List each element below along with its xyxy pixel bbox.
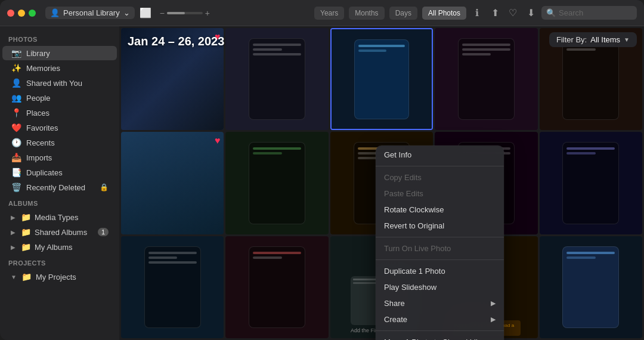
memories-icon: ✨ (11, 63, 21, 73)
sidebar-item-favorites[interactable]: ❤️ Favorites (2, 120, 117, 135)
cm-get-info[interactable]: Get Info (376, 147, 504, 163)
maximize-button[interactable] (29, 10, 36, 17)
cm-create[interactable]: Create ▶ (376, 311, 504, 327)
sidebar-item-library[interactable]: 📷 Library (2, 46, 117, 60)
search-icon: 🔍 (546, 8, 556, 17)
sidebar-item-my-albums-label: My Albums (35, 243, 73, 252)
sidebar-item-places-label: Places (26, 109, 49, 118)
sidebar-item-shared-with-you[interactable]: 👤 Shared with You (2, 76, 117, 90)
heart-icon[interactable]: ♡ (507, 7, 519, 19)
cm-play-slideshow-label: Play Slideshow (384, 283, 436, 292)
cm-section-info: Get Info (376, 146, 504, 164)
cm-turn-on-live-photo: Turn On Live Photo (376, 240, 504, 256)
sidebar-item-favorites-label: Favorites (26, 123, 58, 132)
imports-icon: 📥 (11, 153, 21, 162)
plus-icon[interactable]: + (205, 8, 210, 18)
people-icon: 👥 (11, 93, 21, 103)
cm-rotate-clockwise-label: Rotate Clockwise (384, 205, 444, 214)
sidebar-item-library-label: Library (26, 49, 50, 58)
cm-create-label: Create (384, 315, 407, 324)
view-toggle: − + (160, 8, 210, 18)
cm-rotate-clockwise[interactable]: Rotate Clockwise (376, 202, 504, 218)
lock-icon: 🔒 (100, 183, 109, 191)
title-bar-icons: ℹ ⬆ ♡ ⬇ (471, 7, 537, 19)
sidebar-item-duplicates[interactable]: 📑 Duplicates (2, 165, 117, 180)
cm-duplicate-photo[interactable]: Duplicate 1 Photo (376, 263, 504, 279)
cm-move-to-shared-label: Move 1 Photo to Shared Library (384, 338, 494, 340)
cm-paste-edits-label: Paste Edits (384, 189, 423, 198)
cm-section-duplicate: Duplicate 1 Photo Play Slideshow Share ▶… (376, 262, 504, 329)
tab-years[interactable]: Years (314, 7, 344, 20)
cm-play-slideshow[interactable]: Play Slideshow (376, 279, 504, 295)
minimize-button[interactable] (18, 10, 25, 17)
sidebar-item-imports[interactable]: 📥 Imports (2, 150, 117, 165)
shared-with-you-icon: 👤 (11, 78, 21, 88)
sidebar-item-recents[interactable]: 🕐 Recents (2, 135, 117, 150)
chevron-right-icon-3: ▶ (11, 244, 16, 251)
shared-albums-badge: 1 (98, 228, 109, 236)
albums-section-label: Albums (0, 195, 119, 209)
shared-albums-icon: 📁 (20, 227, 31, 237)
cm-section-live: Turn On Live Photo (376, 239, 504, 258)
chevron-right-icon-2: ▶ (11, 229, 16, 236)
recently-deleted-icon: 🗑️ (11, 183, 21, 192)
sidebar-item-my-albums[interactable]: ▶ 📁 My Albums (2, 240, 117, 254)
sidebar-item-imports-label: Imports (26, 153, 52, 162)
sidebar-item-places[interactable]: 📍 Places (2, 106, 117, 120)
sidebar: Photos 📷 Library ✨ Memories 👤 Shared wit… (0, 26, 119, 340)
duplicates-icon: 📑 (11, 168, 21, 177)
sidebar-item-memories[interactable]: ✨ Memories (2, 61, 117, 75)
info-icon[interactable]: ℹ (471, 7, 483, 19)
sidebar-item-recents-label: Recents (26, 138, 55, 147)
cm-share[interactable]: Share ▶ (376, 295, 504, 311)
sidebar-item-shared-albums[interactable]: ▶ 📁 Shared Albums 1 (2, 225, 117, 239)
share-icon[interactable]: ⬆ (489, 7, 501, 19)
my-albums-icon: 📁 (20, 242, 31, 252)
cm-share-arrow: ▶ (491, 299, 496, 307)
cm-sep-3 (376, 259, 504, 260)
cm-sep-4 (376, 330, 504, 331)
library-selector[interactable]: 👤 Personal Library ⌄ (45, 7, 135, 19)
sidebar-item-duplicates-label: Duplicates (26, 168, 63, 177)
sidebar-item-media-types[interactable]: ▶ 📁 Media Types (2, 210, 117, 224)
media-types-icon: 📁 (20, 212, 31, 222)
tab-months[interactable]: Months (349, 7, 384, 20)
sidebar-item-my-projects[interactable]: ▼ 📁 My Projects (2, 270, 117, 284)
import-icon[interactable]: ⬇ (525, 7, 537, 19)
person-icon: 👤 (50, 8, 60, 17)
content-area: Jan 24 – 26, 2023 Filter By: All Items ▼… (119, 26, 644, 340)
tv-icon: ⬜ (140, 7, 151, 19)
places-icon: 📍 (11, 108, 21, 118)
photos-section-label: Photos (0, 31, 119, 45)
app-window: 👤 Personal Library ⌄ ⬜ − + Years Months … (0, 0, 644, 340)
sidebar-item-memories-label: Memories (26, 64, 60, 73)
cm-paste-edits: Paste Edits (376, 186, 504, 202)
tab-days[interactable]: Days (389, 7, 417, 20)
recents-icon: 🕐 (11, 138, 21, 147)
traffic-lights (7, 10, 36, 17)
cm-get-info-label: Get Info (384, 150, 411, 159)
sidebar-item-recently-deleted[interactable]: 🗑️ Recently Deleted 🔒 (2, 180, 117, 194)
tab-all-photos[interactable]: All Photos (422, 7, 466, 20)
cm-sep-2 (376, 237, 504, 237)
cm-revert-to-original[interactable]: Revert to Original (376, 218, 504, 234)
chevron-right-icon: ▶ (11, 214, 16, 221)
search-placeholder: Search (559, 8, 583, 17)
library-label: Personal Library (63, 8, 120, 17)
minus-icon[interactable]: − (160, 8, 165, 18)
cm-move-to-shared[interactable]: Move 1 Photo to Shared Library (376, 334, 504, 340)
sidebar-item-media-types-label: Media Types (35, 213, 78, 222)
sidebar-item-people[interactable]: 👥 People (2, 91, 117, 105)
main-layout: Photos 📷 Library ✨ Memories 👤 Shared wit… (0, 26, 644, 340)
cm-sep-1 (376, 166, 504, 166)
search-box[interactable]: 🔍 Search (541, 6, 637, 20)
close-button[interactable] (7, 10, 14, 17)
library-icon: 📷 (11, 48, 21, 58)
cm-duplicate-photo-label: Duplicate 1 Photo (384, 267, 445, 276)
context-menu: Get Info Copy Edits Paste Edits Rotate C… (376, 146, 504, 340)
sidebar-item-shared-albums-label: Shared Albums (35, 228, 87, 237)
sidebar-item-my-projects-label: My Projects (36, 273, 76, 282)
sidebar-item-people-label: People (26, 94, 50, 103)
sidebar-item-shared-with-you-label: Shared with You (26, 79, 82, 88)
chevron-down-icon: ⌄ (123, 8, 130, 17)
